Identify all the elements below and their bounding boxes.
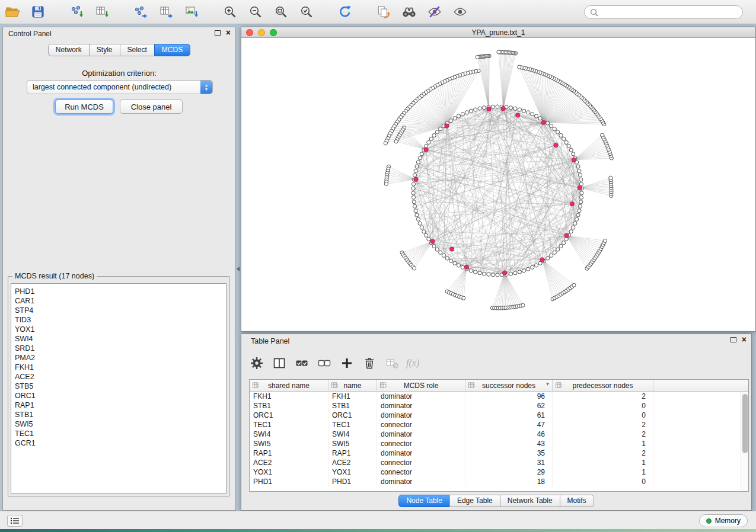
mcds-result-item[interactable]: STB1	[15, 410, 222, 419]
mcds-result-item[interactable]: PMA2	[15, 353, 222, 363]
column-header-shared-name[interactable]: shared name	[250, 380, 328, 392]
mcds-result-item[interactable]: FKH1	[15, 363, 222, 372]
network-canvas[interactable]	[241, 38, 755, 331]
zoom-in-button[interactable]	[220, 2, 240, 21]
mcds-result-item[interactable]: YOX1	[15, 325, 222, 334]
mcds-result-item[interactable]: PHD1	[15, 287, 222, 296]
unchecked-boxes-icon	[317, 356, 331, 370]
mcds-result-item[interactable]: STB5	[15, 382, 222, 391]
mcds-result-item[interactable]: RAP1	[15, 400, 222, 410]
tab-mcds[interactable]: MCDS	[154, 44, 190, 56]
table-cell: 31	[465, 458, 553, 467]
table-row[interactable]: RAP1RAP1dominator352	[250, 448, 748, 458]
show-columns-button[interactable]	[271, 355, 288, 371]
panel-menu-button[interactable]	[7, 515, 23, 527]
import-table-button[interactable]	[92, 2, 112, 21]
table-row[interactable]: ORC1ORC1dominator610	[250, 411, 748, 420]
mcds-result-item[interactable]: CAR1	[15, 296, 222, 306]
search-network-button[interactable]	[399, 2, 419, 21]
close-table-panel-icon[interactable]: ×	[742, 336, 747, 343]
gear-icon	[250, 356, 264, 370]
tab-network[interactable]: Network	[48, 44, 90, 56]
mcds-result-item[interactable]: SWI4	[15, 334, 222, 344]
column-header-predecessor-nodes[interactable]: predecessor nodes	[553, 380, 653, 392]
column-header-successor-nodes[interactable]: successor nodes▾	[465, 380, 553, 392]
table-row[interactable]: TEC1TEC1connector472	[250, 420, 748, 430]
table-cell: YOX1	[250, 467, 328, 477]
mcds-result-item[interactable]: TEC1	[15, 429, 222, 438]
control-panel-title: Control Panel	[8, 30, 52, 38]
table-settings-button[interactable]	[248, 355, 265, 371]
tab-network-table[interactable]: Network Table	[500, 495, 560, 507]
mcds-result-item[interactable]: GCR1	[15, 438, 222, 448]
export-table-button[interactable]	[156, 2, 176, 21]
tab-motifs[interactable]: Motifs	[560, 495, 594, 507]
function-builder-label[interactable]: f(x)	[406, 358, 419, 368]
control-panel: Control Panel × NetworkStyleSelectMCDS O…	[2, 27, 236, 511]
mcds-result-item[interactable]: ACE2	[15, 372, 222, 382]
refresh-button[interactable]	[335, 2, 355, 21]
criterion-select[interactable]: largest connected component (undirected)…	[27, 80, 213, 94]
table-row[interactable]: SWI4SWI4dominator462	[250, 430, 748, 439]
table-attribute-icon	[331, 382, 339, 390]
search-input[interactable]	[599, 8, 742, 17]
import-network-button[interactable]	[66, 2, 87, 21]
open-session-button[interactable]	[2, 2, 23, 21]
table-cell: connector	[377, 420, 465, 430]
delete-column-button[interactable]	[361, 355, 378, 371]
table-cell: STB1	[250, 401, 328, 411]
mcds-result-item[interactable]: STP4	[15, 306, 222, 315]
toolbar-search[interactable]	[584, 5, 743, 19]
network-window-titlebar[interactable]: YPA_prune.txt_1	[241, 27, 755, 38]
table-cell: FKH1	[250, 392, 328, 401]
hide-details-button[interactable]	[425, 2, 445, 21]
mcds-result-item[interactable]: TID3	[15, 315, 222, 325]
zoom-out-icon	[248, 5, 263, 19]
deselect-all-button[interactable]	[316, 355, 333, 371]
close-panel-icon[interactable]: ×	[226, 29, 231, 36]
show-details-button[interactable]	[450, 2, 470, 21]
tab-edge-table[interactable]: Edge Table	[449, 495, 500, 507]
main-toolbar	[0, 0, 756, 24]
tab-select[interactable]: Select	[120, 44, 155, 56]
table-row[interactable]: YOX1YOX1connector291	[250, 467, 748, 477]
mcds-result-item[interactable]: ORC1	[15, 391, 222, 400]
table-cell: ORC1	[250, 411, 328, 420]
share-network-button[interactable]	[374, 2, 394, 21]
table-row[interactable]: STB1STB1dominator620	[250, 401, 748, 411]
table-scrollbar[interactable]	[741, 392, 748, 491]
float-table-panel-icon[interactable]	[731, 337, 736, 342]
export-network-button[interactable]	[130, 2, 151, 21]
scrollbar-thumb[interactable]	[742, 394, 748, 453]
save-session-button[interactable]	[28, 2, 48, 21]
table-row[interactable]: FKH1FKH1dominator962	[250, 392, 748, 401]
table-row[interactable]: PHD1PHD1dominator180	[250, 477, 748, 486]
table-cell: dominator	[377, 401, 465, 411]
table-row[interactable]: ACE2ACE2connector311	[250, 458, 748, 467]
mcds-result-list[interactable]: PHD1CAR1STP4TID3YOX1SWI4SRD1PMA2FKH1ACE2…	[11, 283, 227, 493]
mcds-result-groupbox: MCDS result (17 nodes) PHD1CAR1STP4TID3Y…	[8, 276, 229, 496]
run-mcds-button[interactable]: Run MCDS	[55, 100, 113, 114]
add-column-button[interactable]	[339, 355, 355, 371]
tab-node-table[interactable]: Node Table	[398, 495, 450, 507]
mcds-result-item[interactable]: SWI5	[15, 419, 222, 429]
select-all-button[interactable]	[294, 355, 310, 371]
columns-icon	[272, 356, 286, 370]
optimization-criterion-label: Optimization criterion:	[3, 69, 235, 78]
table-row[interactable]: SWI5SWI5connector431	[250, 439, 748, 448]
memory-button[interactable]: Memory	[699, 514, 748, 527]
clear-table-button[interactable]	[384, 355, 400, 371]
export-image-button[interactable]	[181, 2, 202, 21]
tab-style[interactable]: Style	[89, 44, 120, 56]
mcds-result-item[interactable]: SRD1	[15, 344, 222, 353]
zoom-out-button[interactable]	[245, 2, 266, 21]
checked-boxes-icon	[295, 356, 309, 370]
zoom-selected-button[interactable]	[296, 2, 317, 21]
column-header-name[interactable]: name	[328, 380, 377, 392]
column-header-MCDS-role[interactable]: MCDS role	[377, 380, 465, 392]
close-panel-button[interactable]: Close panel	[120, 100, 183, 114]
network-graph[interactable]	[241, 38, 755, 331]
float-panel-icon[interactable]	[215, 30, 221, 36]
zoom-fit-button[interactable]	[271, 2, 291, 21]
splitter-collapse-icon[interactable]	[237, 267, 240, 271]
